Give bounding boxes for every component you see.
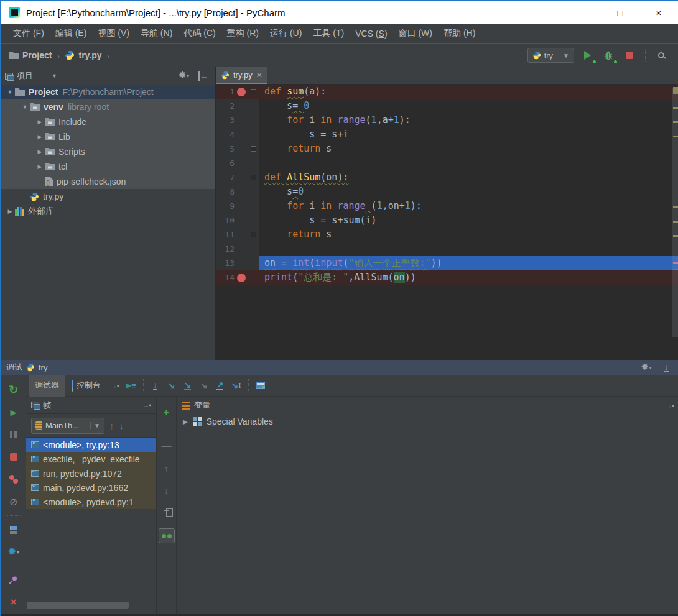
code-line-7[interactable]: 7def AllSum(on):: [216, 170, 678, 185]
fold-region-start-icon[interactable]: [251, 89, 256, 94]
tree-item-try-py[interactable]: try.py: [1, 189, 215, 204]
line-number[interactable]: 4: [216, 127, 235, 142]
stack-frame[interactable]: main, pydevd.py:1662: [26, 480, 156, 495]
force-step-into-button[interactable]: ↘: [180, 378, 196, 393]
stack-frame[interactable]: <module>, pydevd.py:1: [26, 495, 156, 509]
code-line-2[interactable]: 2 s= 0: [216, 99, 678, 113]
line-number[interactable]: 14: [216, 270, 235, 285]
scrollbar-thumb[interactable]: [672, 88, 678, 337]
hide-panel-button[interactable]: ↓: [658, 360, 674, 375]
debug-tab-console[interactable]: 控制台: [65, 375, 107, 397]
pause-button[interactable]: [6, 427, 22, 442]
breadcrumb-file[interactable]: try.py: [78, 50, 101, 60]
search-everywhere-button[interactable]: [653, 48, 669, 63]
fold-region-end-icon[interactable]: [251, 146, 256, 152]
code-line-4[interactable]: 4 s = s+i: [216, 127, 678, 142]
prev-frame-button[interactable]: ↑: [109, 420, 114, 431]
code-line-5[interactable]: 5 return s: [216, 142, 678, 156]
fold-region-start-icon[interactable]: [251, 175, 256, 180]
copy-button[interactable]: [159, 506, 175, 521]
remove-watch-button[interactable]: —: [159, 439, 175, 454]
evaluate-expression-button[interactable]: [253, 378, 269, 393]
run-to-cursor-button[interactable]: ↘I: [228, 378, 244, 393]
close-button[interactable]: ×: [639, 1, 678, 24]
tree-item-venv[interactable]: ▼venvlibrary root: [1, 99, 215, 114]
code-editor[interactable]: 1def sum(a):2 s= 03 for i in range(1,a+1…: [216, 85, 678, 360]
code-line-14[interactable]: 14print("总和是: ",AllSum(on)): [216, 270, 678, 285]
line-number[interactable]: 2: [216, 99, 235, 113]
editor-tab-trypy[interactable]: try.py ✕: [216, 67, 267, 84]
maximize-button[interactable]: □: [601, 1, 639, 24]
tree-expand-icon[interactable]: ▼: [5, 89, 15, 95]
pin-button[interactable]: [6, 572, 22, 587]
step-out-button[interactable]: ↗: [212, 378, 228, 393]
tree-collapse-icon[interactable]: ▶: [5, 208, 15, 214]
code-line-10[interactable]: 10 s = s+sum(i): [216, 213, 678, 228]
tree-collapse-icon[interactable]: ▶: [35, 119, 45, 125]
menu-item[interactable]: 编辑 (E): [50, 28, 93, 39]
view-breakpoints-button[interactable]: [6, 472, 22, 487]
close-button[interactable]: ×: [6, 595, 22, 610]
tree-collapse-icon[interactable]: ▶: [35, 163, 45, 170]
add-watch-button[interactable]: +: [159, 405, 175, 420]
line-number[interactable]: 5: [216, 142, 235, 156]
tree-item-project[interactable]: ▼ProjectF:\Pythoncharm\Project: [1, 85, 215, 99]
show-execution-point-button[interactable]: ▶≡: [123, 378, 139, 393]
debug-tab-debugger[interactable]: 调试器: [29, 375, 65, 397]
menu-item[interactable]: 窗口 (W): [393, 28, 438, 39]
menu-item[interactable]: 运行 (U): [264, 28, 307, 39]
variables-row-special-variables[interactable]: ▶Special Variables: [177, 414, 678, 429]
show-watches-button[interactable]: [159, 528, 175, 543]
debug-button[interactable]: [600, 48, 616, 63]
stack-frame[interactable]: run, pydevd.py:1072: [26, 466, 156, 480]
resume-button[interactable]: ▶: [6, 405, 22, 420]
code-line-3[interactable]: 3 for i in range(1,a+1):: [216, 113, 678, 127]
run-config-select[interactable]: try ▼: [527, 48, 574, 63]
smart-step-into-button[interactable]: ↘: [196, 378, 212, 393]
line-number[interactable]: 6: [216, 156, 235, 170]
chevron-down-icon[interactable]: ▼: [52, 73, 57, 79]
code-line-9[interactable]: 9 for i in range (1,on+1):: [216, 199, 678, 213]
stop-button[interactable]: [6, 449, 22, 464]
tree-item-scripts[interactable]: ▶Scripts: [1, 144, 215, 159]
line-number[interactable]: 10: [216, 213, 235, 228]
line-number[interactable]: 7: [216, 170, 235, 185]
thread-select[interactable]: MainTh... ▼: [31, 418, 104, 434]
mute-breakpoints-button[interactable]: ⊘: [6, 494, 22, 509]
settings-button[interactable]: ▾: [6, 545, 22, 559]
tree-collapse-icon[interactable]: ▶: [183, 418, 188, 425]
line-number[interactable]: 1: [216, 85, 235, 99]
close-tab-icon[interactable]: ✕: [256, 71, 262, 80]
menu-item[interactable]: 帮助 (H): [438, 28, 481, 39]
menu-item[interactable]: 文件 (F): [7, 28, 50, 39]
tree-item-tcl[interactable]: ▶tcl: [1, 159, 215, 174]
tree-expand-icon[interactable]: ▼: [20, 104, 30, 110]
float-panel-icon[interactable]: →▪: [142, 402, 151, 408]
restore-layout-button[interactable]: [6, 522, 22, 537]
menu-item[interactable]: 代码 (C): [178, 28, 221, 39]
tree-item--[interactable]: ▶外部库: [1, 204, 215, 219]
settings-gear-button[interactable]: ▾: [175, 68, 192, 83]
line-number[interactable]: 13: [216, 256, 235, 270]
step-over-button[interactable]: ↓: [147, 378, 164, 393]
menu-item[interactable]: 导航 (N): [135, 28, 178, 39]
horizontal-scrollbar-thumb[interactable]: [27, 602, 129, 609]
code-line-13[interactable]: 13on = int(input("输入一个正整数:")): [216, 256, 678, 270]
code-line-11[interactable]: 11 return s: [216, 228, 678, 242]
line-number[interactable]: 12: [216, 242, 235, 256]
tree-item-pip-selfcheck-json[interactable]: {}pip-selfcheck.json: [1, 174, 215, 189]
tree-item-lib[interactable]: ▶Lib: [1, 129, 215, 144]
tree-collapse-icon[interactable]: ▶: [35, 134, 45, 140]
pin-tab-icon[interactable]: →▪: [111, 382, 119, 389]
breadcrumb-project[interactable]: Project: [22, 50, 52, 60]
line-number[interactable]: 9: [216, 199, 235, 213]
next-frame-button[interactable]: ↓: [119, 420, 124, 431]
project-tool-title[interactable]: 项目: [17, 70, 33, 81]
debug-settings-button[interactable]: ▾: [638, 360, 654, 375]
tree-collapse-icon[interactable]: ▶: [35, 149, 45, 155]
stop-button[interactable]: [621, 48, 638, 63]
line-number[interactable]: 3: [216, 113, 235, 127]
stack-frame[interactable]: execfile, _pydev_execfile: [26, 452, 156, 466]
collapse-panel-button[interactable]: ←: [195, 68, 211, 83]
line-number[interactable]: 8: [216, 185, 235, 199]
